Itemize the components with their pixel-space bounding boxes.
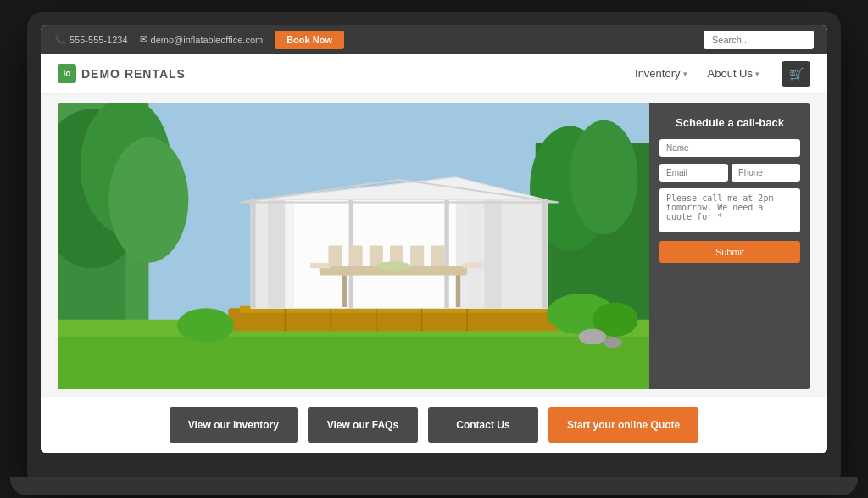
svg-rect-42 — [410, 245, 424, 266]
tent-illustration — [58, 103, 649, 389]
contact-us-button[interactable]: Contact Us — [428, 407, 538, 443]
name-input[interactable] — [659, 139, 800, 157]
hero-section: Schedule a call-back Submit — [41, 94, 827, 397]
form-title: Schedule a call-back — [659, 116, 800, 129]
svg-point-7 — [108, 137, 188, 262]
svg-rect-43 — [431, 245, 444, 266]
nav-links: Inventory ▾ About Us ▾ 🛒 — [626, 61, 810, 87]
email-contact: ✉ demo@inflatableoffice.com — [140, 34, 264, 45]
logo-area: lo DEMO RENTALS — [58, 64, 626, 83]
laptop-frame: 📞 555-555-1234 ✉ demo@inflatableoffice.c… — [27, 12, 841, 487]
nav-inventory[interactable]: Inventory ▾ — [626, 62, 695, 85]
callback-form: Schedule a call-back Submit — [649, 103, 810, 389]
nav-about-label: About Us — [708, 67, 753, 80]
view-inventory-button[interactable]: View our inventory — [170, 407, 298, 443]
svg-rect-36 — [310, 262, 331, 268]
phone-input[interactable] — [732, 164, 800, 182]
laptop-base — [10, 477, 858, 495]
svg-rect-39 — [349, 245, 363, 266]
chevron-down-icon: ▾ — [683, 70, 687, 78]
logo-initials: lo — [64, 69, 71, 78]
svg-point-50 — [604, 336, 621, 347]
email-address: demo@inflatableoffice.com — [151, 35, 264, 45]
email-phone-row — [659, 164, 800, 182]
logo-icon: lo — [58, 64, 76, 83]
svg-rect-29 — [251, 199, 255, 308]
laptop-screen: 📞 555-555-1234 ✉ demo@inflatableoffice.c… — [41, 25, 827, 453]
start-quote-button[interactable]: Start your online Quote — [548, 407, 698, 443]
email-icon: ✉ — [140, 34, 147, 45]
phone-contact: 📞 555-555-1234 — [54, 34, 128, 45]
phone-number: 555-555-1234 — [70, 35, 128, 45]
phone-icon: 📞 — [54, 34, 66, 45]
svg-point-48 — [177, 308, 234, 342]
svg-rect-24 — [467, 199, 547, 308]
svg-rect-12 — [58, 336, 649, 388]
cta-section: View our inventory View our FAQs Contact… — [41, 397, 827, 453]
main-content: Schedule a call-back Submit View our inv… — [41, 94, 827, 453]
hero-image — [58, 103, 649, 389]
svg-rect-26 — [285, 199, 294, 308]
nav-about[interactable]: About Us ▾ — [699, 62, 768, 85]
svg-point-44 — [376, 261, 410, 271]
svg-rect-34 — [342, 275, 347, 307]
svg-rect-32 — [444, 199, 448, 308]
email-input[interactable] — [659, 164, 728, 182]
logo-text: DEMO RENTALS — [81, 67, 186, 81]
top-bar: 📞 555-555-1234 ✉ demo@inflatableoffice.c… — [41, 25, 827, 54]
svg-point-10 — [570, 120, 638, 233]
view-faqs-button[interactable]: View our FAQs — [308, 407, 418, 443]
svg-rect-38 — [328, 245, 342, 266]
nav-inventory-label: Inventory — [635, 67, 680, 80]
svg-rect-27 — [484, 199, 501, 308]
search-input[interactable] — [704, 31, 814, 49]
chevron-down-icon: ▾ — [755, 70, 760, 78]
svg-rect-37 — [463, 262, 483, 268]
svg-rect-30 — [542, 199, 547, 308]
svg-rect-25 — [268, 199, 285, 308]
svg-rect-35 — [456, 275, 460, 307]
top-bar-left: 📞 555-555-1234 ✉ demo@inflatableoffice.c… — [54, 31, 690, 49]
book-now-button[interactable]: Book Now — [275, 31, 344, 49]
message-textarea[interactable] — [659, 188, 800, 232]
cart-button[interactable]: 🛒 — [782, 61, 810, 87]
svg-point-49 — [579, 328, 606, 344]
submit-button[interactable]: Submit — [659, 241, 800, 263]
nav-bar: lo DEMO RENTALS Inventory ▾ About Us ▾ 🛒 — [41, 54, 827, 94]
